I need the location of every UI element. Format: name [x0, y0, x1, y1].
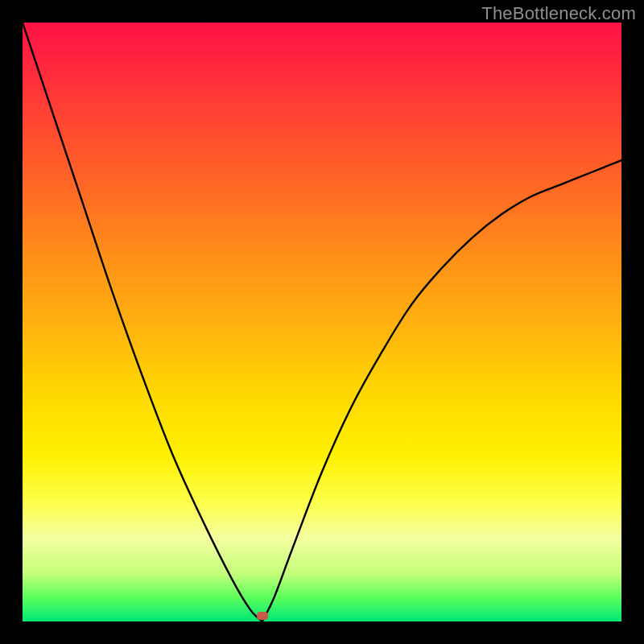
chart-frame: TheBottleneck.com: [0, 0, 644, 644]
plot-area: [23, 23, 621, 621]
bottleneck-curve: [23, 23, 621, 621]
watermark: TheBottleneck.com: [481, 3, 636, 24]
optimum-marker-icon: [257, 612, 268, 620]
